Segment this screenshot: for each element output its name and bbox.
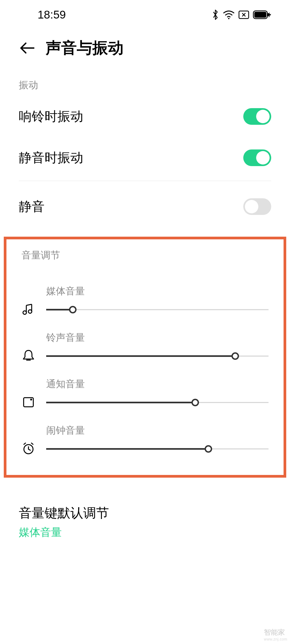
alarm-volume-slider[interactable] xyxy=(46,446,269,452)
battery-icon xyxy=(253,10,271,19)
volume-section-header: 音量调节 xyxy=(6,239,284,266)
vibrate-on-silent-toggle[interactable] xyxy=(243,149,271,166)
ringtone-volume-label: 铃声音量 xyxy=(46,331,269,344)
alarm-volume-label: 闹钟音量 xyxy=(46,424,269,437)
watermark-main: 智能家 xyxy=(264,628,287,637)
header: 声音与振动 xyxy=(0,30,290,72)
volume-key-value: 媒体音量 xyxy=(19,525,271,540)
svg-point-6 xyxy=(28,310,32,313)
vibration-section-header: 振动 xyxy=(0,72,290,96)
wifi-icon xyxy=(223,10,235,20)
status-bar: 18:59 xyxy=(0,0,290,30)
toggle-thumb xyxy=(245,200,258,213)
mute-toggle[interactable] xyxy=(243,198,271,215)
toggle-thumb xyxy=(256,151,270,164)
alarm-volume-row: 闹钟音量 xyxy=(21,424,269,452)
card-icon xyxy=(238,10,249,19)
status-time: 18:59 xyxy=(38,8,66,21)
page-title: 声音与振动 xyxy=(46,38,124,58)
media-volume-slider[interactable] xyxy=(46,306,269,313)
volume-key-label: 音量键默认调节 xyxy=(19,504,271,522)
vibrate-on-silent-label: 静音时振动 xyxy=(19,149,83,166)
bluetooth-icon xyxy=(212,9,219,20)
media-volume-content: 媒体音量 xyxy=(46,285,269,313)
vibrate-on-ring-toggle[interactable] xyxy=(243,108,271,125)
vibrate-on-ring-row[interactable]: 响铃时振动 xyxy=(0,96,290,137)
svg-point-8 xyxy=(30,399,32,401)
mute-label: 静音 xyxy=(19,198,45,215)
media-volume-label: 媒体音量 xyxy=(46,285,269,298)
volume-key-setting[interactable]: 音量键默认调节 媒体音量 xyxy=(0,478,290,550)
volume-highlight-box: 音量调节 媒体音量 铃声音量 xyxy=(4,237,286,478)
ringtone-volume-content: 铃声音量 xyxy=(46,331,269,359)
notification-volume-content: 通知音量 xyxy=(46,378,269,406)
music-icon xyxy=(21,302,35,316)
svg-rect-3 xyxy=(254,12,266,18)
watermark: 智能家 www.znj.com xyxy=(264,628,287,641)
alarm-icon xyxy=(21,441,35,455)
status-icons xyxy=(212,9,271,20)
back-button[interactable] xyxy=(19,40,35,56)
svg-point-0 xyxy=(228,18,230,19)
notification-volume-label: 通知音量 xyxy=(46,378,269,391)
bell-icon xyxy=(21,349,35,363)
toggle-thumb xyxy=(256,110,270,123)
ringtone-volume-row: 铃声音量 xyxy=(21,331,269,359)
divider xyxy=(19,181,271,181)
vibrate-on-ring-label: 响铃时振动 xyxy=(19,108,83,125)
ringtone-volume-slider[interactable] xyxy=(46,353,269,359)
mute-row[interactable]: 静音 xyxy=(0,183,290,230)
media-volume-row: 媒体音量 xyxy=(21,285,269,313)
arrow-left-icon xyxy=(19,42,34,54)
alarm-volume-content: 闹钟音量 xyxy=(46,424,269,452)
watermark-sub: www.znj.com xyxy=(264,637,287,641)
volume-sliders: 媒体音量 铃声音量 xyxy=(6,266,284,459)
notification-volume-row: 通知音量 xyxy=(21,378,269,406)
notification-icon xyxy=(21,395,35,409)
notification-volume-slider[interactable] xyxy=(46,399,269,406)
vibrate-on-silent-row[interactable]: 静音时振动 xyxy=(0,137,290,178)
svg-point-5 xyxy=(23,311,27,314)
